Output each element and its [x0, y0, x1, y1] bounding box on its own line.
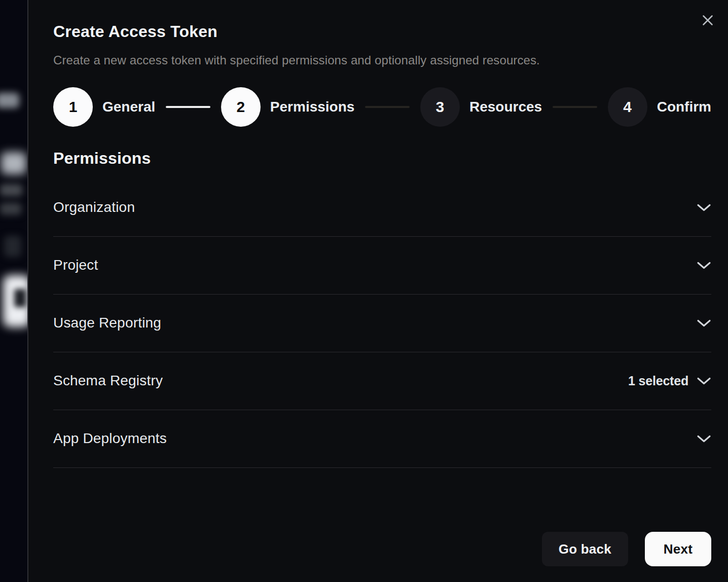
step-number: 1: [53, 87, 93, 127]
blurred-nav-item: [0, 93, 19, 108]
selected-count: 1 selected: [628, 374, 688, 388]
step-label: Resources: [469, 99, 542, 115]
modal-description: Create a new access token with specified…: [53, 53, 711, 67]
permission-group-app-deployments[interactable]: App Deployments: [53, 410, 711, 468]
step-connector: [365, 106, 410, 108]
step-permissions[interactable]: 2 Permissions: [221, 87, 355, 127]
next-button[interactable]: Next: [645, 532, 711, 566]
permission-group-schema-registry[interactable]: Schema Registry 1 selected: [53, 352, 711, 410]
permission-group-label: App Deployments: [53, 430, 167, 447]
permission-group-organization[interactable]: Organization: [53, 179, 711, 237]
chevron-down-icon[interactable]: [697, 434, 711, 443]
close-x-glyph: [700, 13, 715, 28]
blurred-icon: [4, 236, 21, 257]
modal-footer: Go back Next: [542, 532, 711, 566]
chevron-down-icon[interactable]: [697, 261, 711, 270]
chevron-down-icon[interactable]: [697, 319, 711, 328]
permission-group-list: Organization Project Usage Reporting: [53, 179, 711, 468]
permission-group-usage-reporting[interactable]: Usage Reporting: [53, 295, 711, 352]
modal-title: Create Access Token: [53, 22, 711, 41]
step-label: Confirm: [657, 99, 711, 115]
step-connector: [166, 106, 210, 108]
close-icon[interactable]: [697, 9, 719, 31]
step-label: General: [102, 99, 155, 115]
blurred-card-glyph: [14, 289, 26, 307]
blurred-text-line: [0, 203, 21, 215]
chevron-down-icon[interactable]: [697, 377, 711, 385]
step-confirm[interactable]: 4 Confirm: [608, 87, 711, 127]
permission-group-label: Usage Reporting: [53, 315, 161, 331]
blurred-text-line: [0, 184, 22, 196]
blurred-heading: [1, 152, 26, 174]
permission-group-label: Project: [53, 257, 98, 273]
permission-group-project[interactable]: Project: [53, 237, 711, 295]
permission-group-label: Organization: [53, 199, 135, 215]
permissions-heading: Permissions: [53, 149, 711, 168]
step-number: 3: [420, 87, 460, 127]
chevron-down-icon[interactable]: [697, 203, 711, 212]
step-number: 4: [608, 87, 647, 127]
step-label: Permissions: [270, 99, 355, 115]
step-resources[interactable]: 3 Resources: [420, 87, 542, 127]
step-connector: [553, 106, 597, 108]
step-general[interactable]: 1 General: [53, 87, 155, 127]
step-number: 2: [221, 87, 261, 127]
stepper: 1 General 2 Permissions 3 Resources 4 Co…: [53, 87, 711, 127]
create-access-token-modal: Create Access Token Create a new access …: [27, 0, 728, 582]
permission-group-label: Schema Registry: [53, 373, 163, 389]
go-back-button[interactable]: Go back: [542, 532, 628, 566]
